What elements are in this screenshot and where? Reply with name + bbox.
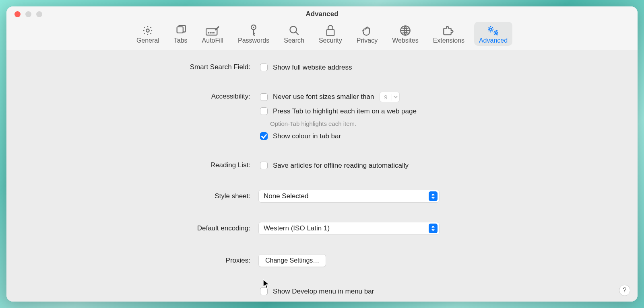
tab-security[interactable]: Security <box>314 22 347 46</box>
tab-label: Passwords <box>238 37 269 44</box>
show-full-address-row[interactable]: Show full website address <box>258 62 352 72</box>
press-tab-checkbox[interactable] <box>260 107 268 115</box>
tab-label: Security <box>319 37 342 44</box>
change-settings-button[interactable]: Change Settings… <box>258 254 326 267</box>
default-encoding-label: Default encoding: <box>6 222 250 232</box>
tab-websites[interactable]: Websites <box>387 22 423 46</box>
window-title: Advanced <box>6 6 638 22</box>
pencil-card-icon <box>206 24 219 37</box>
tab-label: Advanced <box>479 37 508 44</box>
save-offline-row[interactable]: Save articles for offline reading automa… <box>258 160 409 170</box>
min-font-value: 9 <box>380 94 392 101</box>
smart-search-label: Smart Search Field: <box>6 62 250 71</box>
tab-label: AutoFill <box>202 37 223 44</box>
tab-tabs[interactable]: Tabs <box>169 22 192 46</box>
svg-rect-10 <box>327 30 334 36</box>
close-button[interactable] <box>14 11 21 17</box>
hand-icon <box>362 24 372 37</box>
help-label: ? <box>623 286 626 294</box>
svg-point-9 <box>290 27 296 33</box>
search-icon <box>289 24 300 37</box>
traffic-lights <box>14 11 42 17</box>
maximize-button[interactable] <box>36 11 42 17</box>
develop-menu-row[interactable]: Show Develop menu in menu bar <box>258 286 374 296</box>
svg-point-8 <box>253 27 254 28</box>
tab-label: Tabs <box>174 37 188 44</box>
svg-point-4 <box>210 33 211 33</box>
save-offline-checkbox[interactable] <box>260 162 268 169</box>
lock-icon <box>326 24 335 37</box>
style-sheet-label: Style sheet: <box>6 190 250 200</box>
help-button[interactable]: ? <box>619 285 630 296</box>
change-settings-label: Change Settings… <box>265 257 319 264</box>
tab-search[interactable]: Search <box>279 22 309 46</box>
save-offline-label: Save articles for offline reading automa… <box>273 162 409 170</box>
min-font-row[interactable]: Never use font sizes smaller than <box>258 92 374 102</box>
preferences-tabs: General Tabs AutoFill Passwords Search <box>6 22 638 50</box>
puzzle-icon <box>443 24 455 37</box>
press-tab-label: Press Tab to highlight each item on a we… <box>273 107 417 115</box>
content-area: Smart Search Field: Show full website ad… <box>6 50 638 302</box>
svg-point-3 <box>208 33 208 33</box>
svg-point-0 <box>147 29 149 32</box>
titlebar: Advanced <box>6 6 638 22</box>
svg-point-12 <box>489 28 492 31</box>
updown-icon <box>429 224 438 233</box>
tab-label: Privacy <box>357 37 378 44</box>
tab-label: General <box>136 37 159 44</box>
tab-extensions[interactable]: Extensions <box>428 22 469 46</box>
tab-colour-label: Show colour in tab bar <box>273 132 341 140</box>
min-font-label: Never use font sizes smaller than <box>273 93 374 101</box>
tab-autofill[interactable]: AutoFill <box>197 22 228 46</box>
tabs-icon <box>175 24 186 37</box>
press-tab-row[interactable]: Press Tab to highlight each item on a we… <box>258 106 417 116</box>
tab-label: Search <box>284 37 304 44</box>
svg-point-5 <box>212 33 212 33</box>
tab-colour-checkbox[interactable] <box>260 132 268 140</box>
reading-list-label: Reading List: <box>6 160 250 169</box>
develop-menu-checkbox[interactable] <box>260 287 268 295</box>
preferences-window: Advanced General Tabs AutoFill Passwords <box>6 6 638 302</box>
proxies-label: Proxies: <box>6 254 250 265</box>
tab-privacy[interactable]: Privacy <box>352 22 382 46</box>
show-full-address-label: Show full website address <box>273 64 352 72</box>
develop-menu-label: Show Develop menu in menu bar <box>273 287 374 296</box>
tab-passwords[interactable]: Passwords <box>233 22 274 46</box>
svg-point-13 <box>495 32 497 34</box>
minimize-button[interactable] <box>25 11 31 17</box>
accessibility-label: Accessibility: <box>6 92 250 101</box>
min-font-checkbox[interactable] <box>260 93 268 101</box>
style-sheet-select[interactable]: None Selected <box>258 190 440 203</box>
tab-label: Websites <box>392 37 419 44</box>
gear-icon <box>142 24 153 37</box>
style-sheet-value: None Selected <box>264 192 309 200</box>
tab-general[interactable]: General <box>132 22 164 46</box>
tab-colour-row[interactable]: Show colour in tab bar <box>258 131 341 141</box>
min-font-select[interactable]: 9 <box>380 92 399 102</box>
default-encoding-value: Western (ISO Latin 1) <box>264 224 330 232</box>
svg-point-6 <box>214 33 214 33</box>
show-full-address-checkbox[interactable] <box>260 64 268 71</box>
press-tab-hint: Option-Tab highlights each item. <box>258 120 356 127</box>
updown-icon <box>429 191 438 201</box>
chevron-down-icon <box>392 92 399 102</box>
globe-icon <box>400 24 411 37</box>
tab-label: Extensions <box>433 37 464 44</box>
svg-rect-1 <box>177 27 183 33</box>
gears-icon <box>487 24 500 37</box>
tab-advanced[interactable]: Advanced <box>474 22 512 46</box>
key-icon <box>249 24 258 37</box>
default-encoding-select[interactable]: Western (ISO Latin 1) <box>258 222 440 235</box>
